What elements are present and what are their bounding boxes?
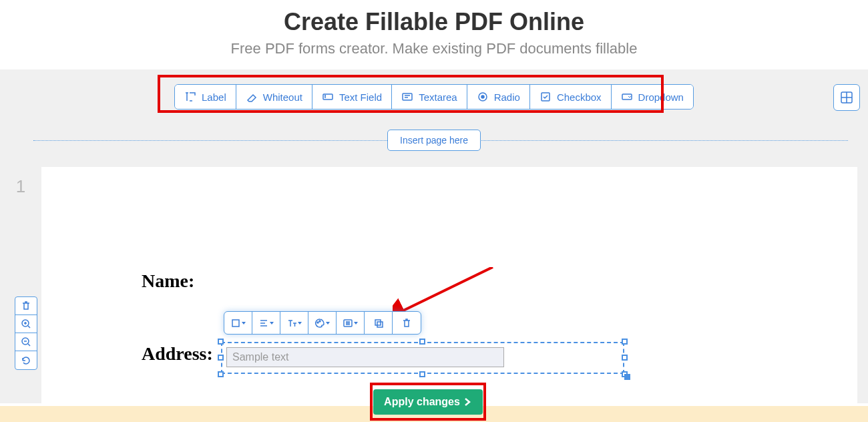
trash-icon (21, 300, 31, 311)
grid-icon (840, 91, 853, 104)
apply-highlight-box: Apply changes (370, 383, 486, 421)
align-button[interactable] (252, 312, 280, 334)
name-label: Name: (142, 270, 194, 292)
resize-handle-corner[interactable] (624, 374, 630, 380)
sample-text-input[interactable]: Sample text (226, 347, 504, 367)
trash-icon (401, 318, 412, 329)
text-size-button[interactable] (280, 312, 308, 334)
palette-icon (314, 318, 325, 329)
selected-text-field[interactable]: Sample text (221, 342, 624, 374)
svg-point-3 (481, 95, 484, 98)
resize-handle-bl[interactable] (218, 371, 224, 377)
zoom-out-button[interactable] (15, 333, 37, 351)
checkbox-tool-text: Checkbox (557, 91, 602, 103)
whiteout-tool-button[interactable]: Whiteout (236, 85, 312, 109)
svg-rect-13 (375, 320, 381, 325)
zoom-out-icon (21, 337, 31, 347)
text-field-icon (322, 91, 334, 103)
copy-icon (373, 318, 384, 329)
insert-page-button[interactable]: Insert page here (387, 130, 481, 151)
list-options-button[interactable] (337, 312, 365, 334)
color-button[interactable] (308, 312, 337, 334)
checkbox-tool-button[interactable]: Checkbox (530, 85, 612, 109)
zoom-in-button[interactable] (15, 315, 37, 333)
radio-icon (477, 91, 489, 103)
text-field-tool-text: Text Field (339, 91, 382, 103)
page-subtitle: Free PDF forms creator. Make existing PD… (0, 40, 868, 57)
duplicate-button[interactable] (365, 312, 393, 334)
page-title: Create Fillable PDF Online (0, 8, 868, 36)
textarea-tool-text: Textarea (419, 91, 457, 103)
delete-page-button[interactable] (15, 297, 37, 315)
checkbox-icon (539, 91, 552, 103)
chevron-right-icon (463, 397, 472, 407)
apply-button-text: Apply changes (384, 396, 460, 408)
address-label: Address: (142, 343, 213, 365)
border-style-button[interactable] (224, 312, 252, 334)
label-tool-button[interactable]: Label (175, 85, 236, 109)
label-icon (184, 91, 196, 103)
workspace: Label Whiteout Text Field Textarea Radio… (0, 69, 868, 403)
resize-handle-tr[interactable] (622, 339, 628, 345)
textarea-tool-button[interactable]: Textarea (392, 85, 467, 109)
svg-rect-1 (403, 93, 412, 100)
svg-rect-9 (232, 320, 239, 327)
svg-rect-0 (323, 94, 333, 99)
delete-field-button[interactable] (393, 312, 421, 334)
field-toolbar: Label Whiteout Text Field Textarea Radio… (174, 84, 694, 110)
dropdown-tool-text: Dropdown (638, 91, 684, 103)
textarea-icon (401, 91, 413, 103)
svg-point-11 (319, 321, 320, 322)
text-size-icon (286, 318, 297, 329)
apply-changes-button[interactable]: Apply changes (373, 389, 483, 415)
page-divider: Insert page here (0, 130, 868, 151)
layout-grid-button[interactable] (833, 84, 860, 111)
align-icon (258, 318, 269, 329)
resize-handle-tl[interactable] (218, 339, 224, 345)
rotate-button[interactable] (15, 351, 37, 369)
resize-handle-tc[interactable] (419, 339, 425, 345)
rotate-icon (21, 355, 31, 366)
dropdown-tool-button[interactable]: Dropdown (612, 85, 693, 109)
text-field-tool-button[interactable]: Text Field (312, 85, 392, 109)
side-tools (15, 296, 37, 370)
svg-rect-14 (377, 322, 383, 327)
whiteout-tool-text: Whiteout (263, 91, 302, 103)
resize-handle-lc[interactable] (218, 355, 224, 361)
resize-handle-rc[interactable] (622, 355, 628, 361)
radio-tool-button[interactable]: Radio (467, 85, 530, 109)
list-icon (343, 318, 353, 329)
square-icon (230, 318, 241, 329)
eraser-icon (246, 91, 258, 103)
resize-handle-bc[interactable] (419, 371, 425, 377)
radio-tool-text: Radio (494, 91, 520, 103)
header: Create Fillable PDF Online Free PDF form… (0, 0, 868, 69)
zoom-in-icon (21, 319, 31, 329)
selected-field-toolbar (224, 311, 421, 335)
svg-point-10 (317, 322, 318, 323)
dropdown-icon (621, 91, 633, 103)
label-tool-text: Label (202, 91, 226, 103)
page-number: 1 (0, 167, 41, 407)
